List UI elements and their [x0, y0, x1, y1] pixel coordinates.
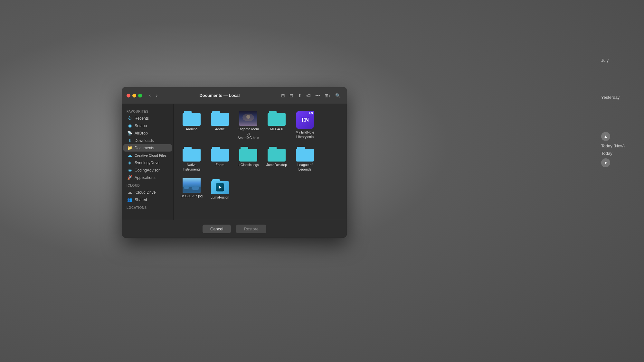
sidebar-item-downloads[interactable]: ⬇ Downloads	[123, 137, 172, 144]
folder-icon-mega-x	[268, 111, 286, 126]
folder-icon-league	[296, 147, 314, 162]
scroll-up-button[interactable]: ▲	[601, 132, 610, 141]
time-sidebar: July Yesterday ▲ Today (Now) Today ▼	[601, 58, 625, 167]
sidebar-item-applications[interactable]: 🚀 Applications	[123, 174, 172, 181]
file-item-arduino[interactable]: Arduino	[179, 109, 204, 142]
endnote-badge: EN	[308, 111, 314, 115]
synology-label: SynologyDrive	[135, 161, 159, 165]
file-item-adobe[interactable]: Adobe	[207, 109, 233, 142]
coding-advisor-label: CodingAdvisor	[135, 168, 160, 172]
sidebar: Favourites ⏱ Recents ◉ Setapp 📡 AirDrop …	[122, 104, 174, 220]
file-item-endnote[interactable]: EN EN My EndNote Library.enlp	[292, 109, 318, 142]
sidebar-item-coding-advisor[interactable]: ◉ CodingAdvisor	[123, 166, 172, 174]
locations-label: Locations	[122, 203, 173, 211]
sidebar-item-synology[interactable]: ◈ SynologyDrive	[123, 159, 172, 166]
file-name-zoom: Zoom	[216, 163, 224, 167]
lumafusion-icon-wrapper	[211, 178, 229, 194]
icloud-drive-icon: ☁	[127, 190, 132, 195]
forward-button[interactable]: ›	[154, 91, 159, 100]
restore-button[interactable]: Restore	[236, 225, 266, 233]
file-name-native-instruments: Native Instruments	[180, 163, 203, 172]
back-button[interactable]: ‹	[147, 91, 153, 100]
file-item-mega-x[interactable]: MEGA X	[264, 109, 289, 142]
file-item-lumafusion[interactable]: LumaFusion	[207, 176, 233, 202]
documents-icon: 📁	[127, 145, 132, 150]
downloads-icon: ⬇	[127, 138, 132, 143]
file-name-kagome: Kagome room by ArseniXC.heic	[237, 127, 260, 140]
airdrop-icon: 📡	[127, 131, 132, 135]
setapp-icon: ◉	[127, 123, 132, 128]
file-item-kagome[interactable]: Kagome room by ArseniXC.heic	[235, 109, 261, 142]
file-name-mega-x: MEGA X	[270, 127, 283, 132]
more-button[interactable]: •••	[314, 92, 322, 99]
setapp-label: Setapp	[135, 124, 147, 128]
arrange-button[interactable]: ⊞↓	[323, 92, 332, 99]
favourites-label: Favourites	[122, 107, 173, 115]
minimize-button[interactable]	[132, 94, 136, 97]
month-label: July	[601, 58, 625, 63]
kagome-thumbnail	[239, 111, 257, 126]
today-label: Today	[601, 151, 625, 156]
airdrop-label: AirDrop	[135, 131, 148, 135]
traffic-lights	[127, 94, 142, 97]
sidebar-item-recents[interactable]: ⏱ Recents	[123, 115, 172, 122]
folder-icon-arduino	[183, 111, 201, 126]
sidebar-item-airdrop[interactable]: 📡 AirDrop	[123, 129, 172, 137]
view-list-button[interactable]: ⊟	[288, 92, 295, 99]
toolbar-actions: ⊞ ⊟ ⬆ 🏷 ••• ⊞↓ 🔍	[279, 92, 342, 99]
folder-icon-lr-classic	[239, 147, 257, 162]
folder-icon-jump-desktop	[268, 147, 286, 162]
view-grid-button[interactable]: ⊞	[279, 92, 287, 99]
applications-icon: 🚀	[127, 175, 132, 180]
file-item-native-instruments[interactable]: Native Instruments	[179, 145, 204, 173]
svg-point-2	[246, 115, 250, 119]
shared-icon: 👥	[127, 197, 132, 202]
scroll-down-button[interactable]: ▼	[601, 158, 610, 167]
creative-cloud-icon: ☁	[127, 153, 132, 158]
nav-buttons: ‹ ›	[147, 91, 160, 100]
coding-advisor-icon: ◉	[127, 168, 132, 172]
file-item-lr-classic[interactable]: LrClassicLogs	[235, 145, 261, 173]
window-title: Documents — Local	[163, 93, 277, 98]
finder-window: ‹ › Documents — Local ⊞ ⊟ ⬆ 🏷 ••• ⊞↓ 🔍 F…	[122, 87, 347, 238]
folder-icon-zoom	[211, 147, 229, 162]
sidebar-item-icloud-drive[interactable]: ☁ iCloud Drive	[123, 189, 172, 196]
file-name-jump-desktop: JumpDesktop	[266, 163, 287, 167]
file-item-jump-desktop[interactable]: JumpDesktop	[264, 145, 289, 173]
synology-icon: ◈	[127, 160, 132, 165]
file-name-dsc: DSC00257.jpg	[181, 194, 203, 199]
today-now-label: Today (Now)	[601, 144, 625, 148]
endnote-icon-wrapper: EN EN	[296, 111, 314, 129]
file-name-adobe: Adobe	[215, 127, 225, 132]
file-name-endnote: My EndNote Library.enlp	[293, 130, 317, 139]
sidebar-item-shared[interactable]: 👥 Shared	[123, 196, 172, 203]
file-name-lumafusion: LumaFusion	[211, 195, 229, 200]
folder-icon-adobe	[211, 111, 229, 126]
bottom-bar: Cancel Restore	[122, 220, 347, 238]
file-item-dsc[interactable]: DSC00257.jpg	[179, 176, 204, 202]
toolbar: ‹ › Documents — Local ⊞ ⊟ ⬆ 🏷 ••• ⊞↓ 🔍	[122, 87, 347, 104]
sidebar-item-setapp[interactable]: ◉ Setapp	[123, 122, 172, 129]
share-button[interactable]: ⬆	[296, 92, 303, 99]
folder-icon-native-instruments	[183, 147, 201, 162]
file-name-lr-classic: LrClassicLogs	[238, 163, 259, 167]
recents-icon: ⏱	[127, 116, 132, 121]
sidebar-item-documents[interactable]: 📁 Documents	[123, 144, 172, 152]
icloud-drive-label: iCloud Drive	[135, 190, 156, 195]
file-item-zoom[interactable]: Zoom	[207, 145, 233, 173]
maximize-button[interactable]	[138, 94, 142, 97]
yesterday-label: Yesterday	[601, 95, 625, 100]
close-button[interactable]	[127, 94, 130, 97]
search-button[interactable]: 🔍	[334, 92, 342, 99]
file-name-arduino: Arduino	[186, 127, 197, 132]
finder-body: Favourites ⏱ Recents ◉ Setapp 📡 AirDrop …	[122, 104, 347, 220]
recents-label: Recents	[135, 116, 149, 121]
downloads-label: Downloads	[135, 138, 154, 143]
tag-button[interactable]: 🏷	[305, 92, 312, 99]
file-name-league: League of Legends	[293, 163, 317, 172]
svg-point-5	[184, 186, 189, 189]
cancel-button[interactable]: Cancel	[203, 225, 231, 233]
sidebar-item-creative-cloud[interactable]: ☁ Creative Cloud Files	[123, 152, 172, 159]
svg-point-6	[192, 186, 199, 190]
file-item-league[interactable]: League of Legends	[292, 145, 318, 173]
